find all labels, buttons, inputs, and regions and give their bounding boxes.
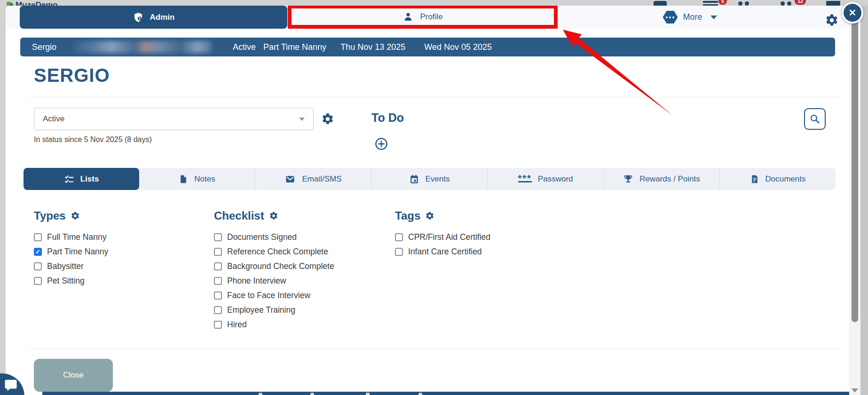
note-icon <box>179 174 188 184</box>
scrollbar-down-arrow[interactable] <box>852 388 858 393</box>
checkbox[interactable] <box>214 262 222 270</box>
tab-rewards-points[interactable]: Rewards / Points <box>603 168 719 190</box>
scrollbar-thumb[interactable] <box>852 16 858 322</box>
tab-admin[interactable]: Admin <box>20 6 287 29</box>
tab-lists[interactable]: Lists <box>24 168 139 190</box>
search-icon <box>809 113 821 125</box>
tab-profile[interactable]: Profile <box>288 6 558 29</box>
checkbox[interactable] <box>34 248 42 256</box>
people-icon <box>781 1 785 6</box>
checkbox-row[interactable]: Phone Interview <box>214 276 334 286</box>
tab-label: Email/SMS <box>302 174 341 184</box>
checkbox[interactable] <box>214 306 222 314</box>
checkbox[interactable] <box>395 233 403 241</box>
checkbox-label: Part Time Nanny <box>47 247 108 257</box>
page-title: SERGIO <box>34 65 110 86</box>
content-tab-bar: Lists Notes Email/SMS <box>24 168 836 190</box>
checklist-column: Checklist Documents Signed Reference Che… <box>214 209 334 330</box>
tab-profile-label: Profile <box>420 12 442 22</box>
checkbox-label: Documents Signed <box>227 232 297 242</box>
calendar-icon <box>409 174 419 184</box>
todo-title: To Do <box>371 111 404 125</box>
checkbox[interactable] <box>34 233 42 241</box>
menu-badge: 5 <box>718 0 727 5</box>
checklist-icon <box>64 174 74 184</box>
checkbox-row[interactable]: Face to Face Interview <box>214 290 334 300</box>
checkbox-row[interactable]: Employee Training <box>214 305 334 315</box>
status-select[interactable]: Active <box>34 108 314 130</box>
people-icon <box>745 1 749 6</box>
more-dots-icon <box>663 11 678 24</box>
checkbox[interactable] <box>214 248 222 256</box>
types-column: Types Full Time Nanny Part Time Nanny Ba… <box>34 209 108 286</box>
tags-settings-gear-icon[interactable] <box>425 211 434 221</box>
checkbox[interactable] <box>214 292 222 300</box>
checkbox-row[interactable]: Hired <box>214 319 334 330</box>
types-title: Types <box>34 209 66 222</box>
app-logo: MuzeDemo <box>7 0 58 6</box>
checkbox[interactable] <box>34 262 42 270</box>
tags-title: Tags <box>395 209 420 222</box>
page-background-left <box>0 0 6 395</box>
building-icon <box>826 1 840 6</box>
document-icon <box>750 174 759 184</box>
tab-label: Password <box>538 174 573 184</box>
trophy-icon <box>623 174 633 184</box>
tab-label: Rewards / Points <box>639 174 700 184</box>
checkbox[interactable] <box>214 277 222 285</box>
checkbox-label: Background Check Complete <box>227 261 334 271</box>
checkbox-label: Reference Check Complete <box>227 247 328 257</box>
summary-date-secondary: Wed Nov 05 2025 <box>424 42 492 52</box>
bottom-app-bar <box>42 392 849 395</box>
modal-close-button[interactable]: ✕ <box>842 2 863 24</box>
tab-email-sms[interactable]: Email/SMS <box>255 168 371 190</box>
close-icon: ✕ <box>849 7 857 18</box>
tab-notes[interactable]: Notes <box>139 168 255 190</box>
tab-more[interactable]: More <box>636 6 744 29</box>
checkbox-row[interactable]: Babysitter <box>34 261 108 271</box>
person-icon <box>402 11 414 23</box>
menu-icon <box>703 1 718 3</box>
add-todo-icon[interactable] <box>375 137 388 150</box>
checkbox-label: Hired <box>227 320 247 330</box>
tags-column: Tags CPR/First Aid Certified Infant Care… <box>395 209 490 257</box>
checkbox[interactable] <box>395 248 403 256</box>
tab-password[interactable]: *** Password <box>487 168 603 190</box>
envelope-icon <box>284 174 296 184</box>
checkbox-label: Full Time Nanny <box>47 232 106 242</box>
checkbox-row[interactable]: Full Time Nanny <box>34 232 108 242</box>
redacted-personal-info <box>72 41 211 53</box>
checkbox-label: Pet Sitting <box>47 276 85 286</box>
tab-label: Events <box>426 174 450 184</box>
checkbox-row[interactable]: Reference Check Complete <box>214 246 334 257</box>
tab-events[interactable]: Events <box>371 168 487 190</box>
checkbox[interactable] <box>214 233 222 241</box>
checkbox-row[interactable]: CPR/First Aid Certified <box>395 232 490 242</box>
close-button[interactable]: Close <box>34 359 113 392</box>
checkbox-row[interactable]: Background Check Complete <box>214 261 334 271</box>
checkbox-label: Face to Face Interview <box>227 291 310 300</box>
tab-documents[interactable]: Documents <box>719 168 836 190</box>
profile-modal: Admin Profile More Sergio Active Part Ti… <box>6 6 849 395</box>
tab-label: Notes <box>194 174 215 184</box>
checkbox-row[interactable]: Infant Care Certified <box>395 246 490 257</box>
checkbox-row[interactable]: Documents Signed <box>214 232 334 242</box>
modal-settings-gear-icon[interactable] <box>825 13 839 27</box>
logo-leaf-icon <box>7 2 13 6</box>
checkbox-row[interactable]: Pet Sitting <box>34 276 108 286</box>
summary-status: Active <box>233 42 256 52</box>
checkbox[interactable] <box>214 321 222 329</box>
checklist-settings-gear-icon[interactable] <box>269 211 278 221</box>
checkbox-label: Employee Training <box>227 305 295 315</box>
checkbox-label: Phone Interview <box>227 276 286 286</box>
status-settings-gear-icon[interactable] <box>321 112 334 126</box>
people-icon <box>738 1 742 6</box>
page-background-top: MuzeDemo 5 12 <box>0 0 868 6</box>
search-button[interactable] <box>804 108 826 130</box>
asterisks-icon: *** <box>518 176 532 182</box>
checkbox-label: Infant Care Certified <box>408 247 482 257</box>
checkbox-row[interactable]: Part Time Nanny <box>34 246 108 257</box>
types-settings-gear-icon[interactable] <box>71 211 80 221</box>
checkbox[interactable] <box>34 277 42 285</box>
logo-text: MuzeDemo <box>16 0 58 6</box>
